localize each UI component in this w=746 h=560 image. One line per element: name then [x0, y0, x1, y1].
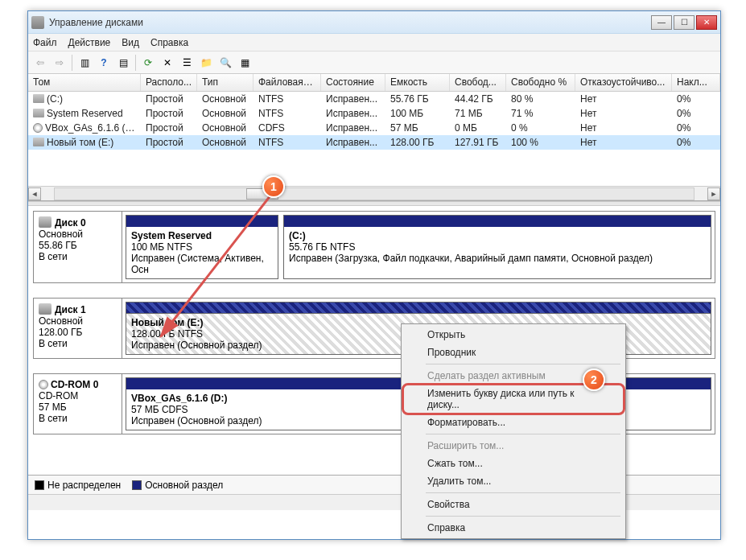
- menu-help[interactable]: Справка: [150, 37, 188, 48]
- ctx-explorer[interactable]: Проводник: [403, 344, 624, 361]
- list-bottom-icon[interactable]: ▤: [114, 54, 132, 72]
- legend-swatch-primary: [132, 480, 142, 490]
- toolbar: ⇦ ⇨ ▥ ? ▤ ⟳ ✕ ☰ 📁 🔍 ▦: [28, 51, 720, 74]
- cd-icon: [33, 123, 43, 133]
- table-row[interactable]: Новый том (E:)ПростойОсновнойNTFSИсправе…: [28, 135, 720, 150]
- disk-0-row[interactable]: Диск 0 Основной 55.86 ГБ В сети System R…: [33, 211, 715, 283]
- partition-system-reserved[interactable]: System Reserved 100 МБ NTFS Исправен (Си…: [126, 215, 278, 279]
- folder-icon[interactable]: 📁: [197, 54, 215, 72]
- window-title: Управление дисками: [49, 17, 651, 28]
- ctx-format[interactable]: Форматировать...: [403, 414, 624, 431]
- show-hide-tree-icon[interactable]: ▥: [76, 54, 93, 72]
- table-row[interactable]: (C:)ПростойОсновнойNTFSИсправен...55.76 …: [28, 92, 720, 106]
- minimize-button[interactable]: —: [651, 15, 672, 30]
- drive-icon: [33, 138, 44, 146]
- back-icon: ⇦: [31, 54, 49, 72]
- search-icon[interactable]: 🔍: [216, 54, 234, 72]
- ctx-open[interactable]: Открыть: [403, 326, 624, 344]
- refresh-icon[interactable]: ⟳: [139, 54, 157, 72]
- menu-action[interactable]: Действие: [68, 37, 111, 48]
- ctx-extend: Расширить том...: [403, 437, 624, 455]
- delete-icon[interactable]: ✕: [159, 54, 176, 72]
- menu-view[interactable]: Вид: [122, 37, 139, 48]
- menubar: Файл Действие Вид Справка: [28, 34, 720, 51]
- scroll-left-icon[interactable]: ◄: [28, 187, 41, 200]
- drive-icon: [33, 109, 44, 117]
- col-status[interactable]: Состояние: [321, 74, 385, 91]
- close-button[interactable]: ✕: [696, 15, 717, 30]
- list-rows: (C:)ПростойОсновнойNTFSИсправен...55.76 …: [28, 92, 720, 186]
- cd-icon: [39, 380, 48, 389]
- maximize-button[interactable]: ☐: [674, 15, 694, 30]
- col-overhead[interactable]: Накл...: [672, 74, 720, 91]
- horizontal-scrollbar[interactable]: ◄ ►: [28, 186, 720, 200]
- col-free[interactable]: Свобод...: [450, 74, 506, 91]
- drive-icon: [33, 94, 44, 103]
- volume-list: Том Располо... Тип Файловая с... Состоян…: [28, 74, 720, 201]
- ctx-help[interactable]: Справка: [403, 519, 624, 537]
- settings-icon[interactable]: ▦: [236, 54, 253, 72]
- col-capacity[interactable]: Емкость: [385, 74, 450, 91]
- legend-swatch-unallocated: [35, 480, 44, 490]
- partition-c[interactable]: (C:) 55.76 ГБ NTFS Исправен (Загрузка, Ф…: [283, 215, 711, 279]
- help-icon[interactable]: ?: [95, 54, 113, 72]
- annotation-badge-1: 1: [262, 175, 285, 198]
- disk-icon: [39, 216, 52, 228]
- scroll-right-icon[interactable]: ►: [707, 187, 720, 200]
- table-row[interactable]: System ReservedПростойОсновнойNTFSИсправ…: [28, 106, 720, 121]
- annotation-badge-2: 2: [583, 369, 605, 391]
- ctx-properties[interactable]: Свойства: [403, 496, 624, 513]
- app-icon: [31, 16, 44, 29]
- list-header: Том Располо... Тип Файловая с... Состоян…: [28, 74, 720, 92]
- disk-icon: [39, 303, 52, 315]
- menu-file[interactable]: Файл: [33, 37, 57, 48]
- ctx-shrink[interactable]: Сжать том...: [403, 455, 624, 472]
- col-type[interactable]: Тип: [197, 74, 253, 91]
- col-layout[interactable]: Располо...: [141, 74, 197, 91]
- titlebar[interactable]: Управление дисками — ☐ ✕: [28, 11, 720, 34]
- col-freepct[interactable]: Свободно %: [506, 74, 575, 91]
- ctx-delete[interactable]: Удалить том...: [403, 472, 624, 490]
- properties-icon[interactable]: ☰: [178, 54, 196, 72]
- forward-icon: ⇨: [51, 54, 68, 72]
- context-menu: Открыть Проводник Сделать раздел активны…: [401, 323, 626, 539]
- col-volume[interactable]: Том: [28, 74, 141, 91]
- col-fs[interactable]: Файловая с...: [253, 74, 321, 91]
- table-row[interactable]: VBox_GAs_6.1.6 (D:)ПростойОсновнойCDFSИс…: [28, 121, 720, 135]
- col-fault[interactable]: Отказоустойчиво...: [575, 74, 672, 91]
